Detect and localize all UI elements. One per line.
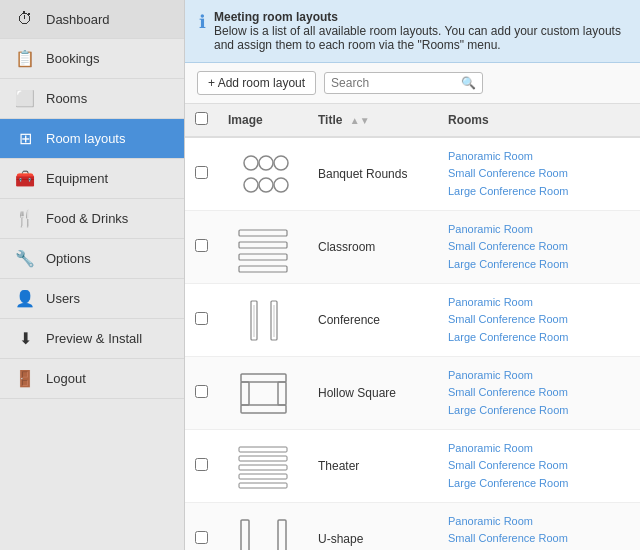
room-link[interactable]: Panoramic Room [448,513,630,531]
info-banner: ℹ Meeting room layouts Below is a list o… [185,0,640,63]
table-row: Hollow Square Panoramic RoomSmall Confer… [185,357,640,430]
row-rooms-cell: Panoramic RoomSmall Conference RoomLarge… [438,211,640,284]
row-checkbox[interactable] [195,312,208,325]
sidebar-label-rooms: Rooms [46,91,87,106]
info-title: Meeting room layouts [214,10,338,24]
logout-icon: 🚪 [14,369,36,388]
sidebar-item-users[interactable]: 👤 Users [0,279,184,319]
room-link[interactable]: Large Conference Room [448,329,630,347]
row-rooms-cell: Panoramic RoomSmall Conference RoomLarge… [438,357,640,430]
row-checkbox[interactable] [195,458,208,471]
search-icon: 🔍 [461,76,476,90]
room-link[interactable]: Large Conference Room [448,183,630,201]
room-link[interactable]: Panoramic Room [448,294,630,312]
layout-image [228,509,298,550]
layout-title: Theater [318,459,359,473]
sidebar-item-bookings[interactable]: 📋 Bookings [0,39,184,79]
svg-rect-19 [239,456,287,461]
room-link[interactable]: Large Conference Room [448,475,630,493]
svg-rect-15 [241,405,286,413]
dashboard-icon: ⏱ [14,10,36,28]
svg-rect-6 [239,230,287,236]
sort-icon: ▲▼ [350,115,370,126]
row-image-cell [218,284,308,357]
room-link[interactable]: Panoramic Room [448,221,630,239]
header-title[interactable]: Title ▲▼ [308,104,438,137]
row-checkbox-cell [185,357,218,430]
header-checkbox-col [185,104,218,137]
preview-install-icon: ⬇ [14,329,36,348]
equipment-icon: 🧰 [14,169,36,188]
svg-rect-16 [241,382,249,405]
food-drinks-icon: 🍴 [14,209,36,228]
sidebar-label-users: Users [46,291,80,306]
row-title-cell: Classroom [308,211,438,284]
row-checkbox-cell [185,503,218,551]
svg-point-1 [259,156,273,170]
room-link[interactable]: Small Conference Room [448,384,630,402]
row-title-cell: U-shape [308,503,438,551]
room-link[interactable]: Small Conference Room [448,165,630,183]
header-image: Image [218,104,308,137]
sidebar-label-food-drinks: Food & Drinks [46,211,128,226]
svg-rect-20 [239,465,287,470]
svg-rect-23 [241,520,249,551]
row-checkbox[interactable] [195,385,208,398]
layout-image [228,144,298,204]
layout-image [228,290,298,350]
search-input[interactable] [331,76,461,90]
svg-rect-7 [239,242,287,248]
layouts-table-container: Image Title ▲▼ Rooms [185,104,640,550]
sidebar-label-equipment: Equipment [46,171,108,186]
table-row: Classroom Panoramic RoomSmall Conference… [185,211,640,284]
row-checkbox[interactable] [195,531,208,544]
add-room-layout-button[interactable]: + Add room layout [197,71,316,95]
svg-rect-24 [278,520,286,551]
room-link[interactable]: Panoramic Room [448,367,630,385]
room-link[interactable]: Small Conference Room [448,311,630,329]
room-link[interactable]: Small Conference Room [448,530,630,548]
room-link[interactable]: Panoramic Room [448,440,630,458]
room-link[interactable]: Large Conference Room [448,402,630,420]
row-title-cell: Conference [308,284,438,357]
layouts-table: Image Title ▲▼ Rooms [185,104,640,550]
sidebar-label-room-layouts: Room layouts [46,131,125,146]
sidebar-label-preview-install: Preview & Install [46,331,142,346]
room-link[interactable]: Large Conference Room [448,256,630,274]
room-link[interactable]: Small Conference Room [448,457,630,475]
room-link[interactable]: Small Conference Room [448,238,630,256]
header-rooms: Rooms [438,104,640,137]
layout-title: U-shape [318,532,363,546]
sidebar-item-equipment[interactable]: 🧰 Equipment [0,159,184,199]
sidebar-item-options[interactable]: 🔧 Options [0,239,184,279]
svg-point-2 [274,156,288,170]
rooms-icon: ⬜ [14,89,36,108]
row-image-cell [218,137,308,211]
sidebar-item-logout[interactable]: 🚪 Logout [0,359,184,399]
layout-image [228,363,298,423]
info-banner-content: Meeting room layouts Below is a list of … [214,10,626,52]
sidebar-item-preview-install[interactable]: ⬇ Preview & Install [0,319,184,359]
select-all-checkbox[interactable] [195,112,208,125]
sidebar: ⏱ Dashboard 📋 Bookings ⬜ Rooms ⊞ Room la… [0,0,185,550]
row-title-cell: Theater [308,430,438,503]
svg-rect-14 [241,374,286,382]
row-rooms-cell: Panoramic RoomSmall Conference RoomLarge… [438,137,640,211]
room-link[interactable]: Panoramic Room [448,148,630,166]
row-image-cell [218,357,308,430]
svg-point-0 [244,156,258,170]
row-checkbox-cell [185,284,218,357]
row-checkbox[interactable] [195,239,208,252]
svg-rect-22 [239,483,287,488]
sidebar-label-options: Options [46,251,91,266]
table-row: Banquet Rounds Panoramic RoomSmall Confe… [185,137,640,211]
table-row: Theater Panoramic RoomSmall Conference R… [185,430,640,503]
sidebar-item-food-drinks[interactable]: 🍴 Food & Drinks [0,199,184,239]
layout-title: Banquet Rounds [318,167,407,181]
row-title-cell: Hollow Square [308,357,438,430]
sidebar-item-rooms[interactable]: ⬜ Rooms [0,79,184,119]
sidebar-item-dashboard[interactable]: ⏱ Dashboard [0,0,184,39]
row-checkbox[interactable] [195,166,208,179]
sidebar-item-room-layouts[interactable]: ⊞ Room layouts [0,119,184,159]
row-image-cell [218,503,308,551]
